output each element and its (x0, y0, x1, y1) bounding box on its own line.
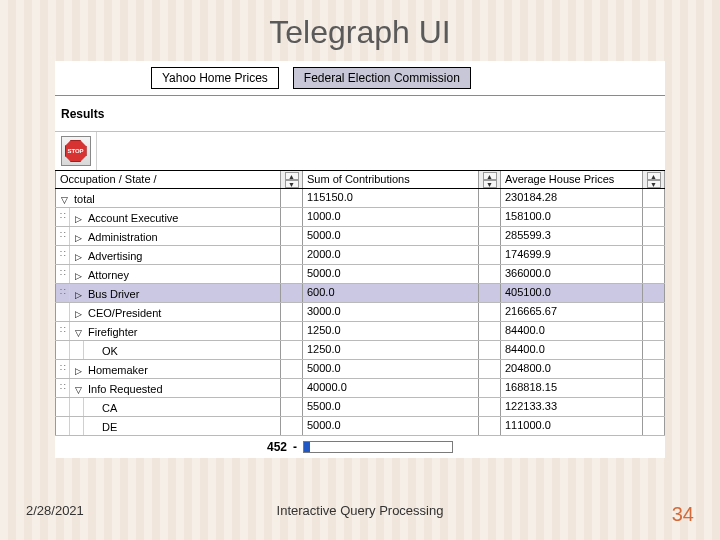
cell-house-prices: 168818.15 (501, 379, 643, 397)
sort-control[interactable]: ▲▼ (479, 171, 501, 188)
expand-icon[interactable]: ▷ (70, 306, 86, 319)
expand-icon[interactable]: ▷ (70, 230, 86, 243)
table-row[interactable]: OK1250.084400.0 (55, 341, 665, 360)
table-row[interactable]: ∷▷Attorney5000.0366000.0 (55, 265, 665, 284)
cell-house-prices: 230184.28 (501, 189, 643, 207)
row-label: Bus Driver (86, 286, 139, 300)
cell-contributions: 115150.0 (303, 189, 479, 207)
row-handle[interactable]: ∷ (56, 246, 70, 264)
row-label: CA (100, 400, 117, 414)
table-row[interactable]: ∷▽Info Requested40000.0168818.15 (55, 379, 665, 398)
cell-house-prices: 84400.0 (501, 322, 643, 340)
cell-house-prices: 366000.0 (501, 265, 643, 283)
expand-icon[interactable]: ▷ (70, 268, 86, 281)
expand-icon[interactable]: ▽ (70, 325, 86, 338)
row-label: DE (100, 419, 117, 433)
expand-icon[interactable]: ▽ (70, 382, 86, 395)
row-handle[interactable]: ∷ (56, 265, 70, 283)
stop-button[interactable]: STOP (61, 136, 91, 166)
cell-contributions: 5000.0 (303, 417, 479, 435)
expand-icon[interactable]: ▷ (70, 211, 86, 224)
table-row[interactable]: ∷▷Administration5000.0285599.3 (55, 227, 665, 246)
cell-contributions: 600.0 (303, 284, 479, 302)
row-handle[interactable]: ∷ (56, 322, 70, 340)
table-row[interactable]: ▷CEO/President3000.0216665.67 (55, 303, 665, 322)
progress-count: 452 (267, 440, 287, 454)
row-label: Administration (86, 229, 158, 243)
cell-contributions: 5500.0 (303, 398, 479, 416)
slide-title: Telegraph UI (0, 0, 720, 61)
cell-house-prices: 285599.3 (501, 227, 643, 245)
table-row[interactable]: ∷▽Firefighter1250.084400.0 (55, 322, 665, 341)
row-label: Info Requested (86, 381, 163, 395)
cell-house-prices: 204800.0 (501, 360, 643, 378)
cell-house-prices: 174699.9 (501, 246, 643, 264)
progress-row: 452 - (55, 436, 665, 458)
expand-icon[interactable]: ▽ (56, 192, 72, 205)
cell-contributions: 1000.0 (303, 208, 479, 226)
stop-icon: STOP (65, 140, 87, 162)
tab-1[interactable]: Federal Election Commission (293, 67, 471, 89)
cell-house-prices: 405100.0 (501, 284, 643, 302)
row-label: CEO/President (86, 305, 161, 319)
cell-house-prices: 122133.33 (501, 398, 643, 416)
footer-title: Interactive Query Processing (0, 503, 720, 518)
results-label: Results (55, 99, 665, 131)
expand-icon[interactable]: ▷ (70, 287, 86, 300)
cell-contributions: 1250.0 (303, 341, 479, 359)
row-handle[interactable]: ∷ (56, 208, 70, 226)
sort-control[interactable]: ▲▼ (281, 171, 303, 188)
cell-contributions: 5000.0 (303, 265, 479, 283)
cell-contributions: 5000.0 (303, 360, 479, 378)
sort-control[interactable]: ▲▼ (643, 171, 665, 188)
cell-contributions: 40000.0 (303, 379, 479, 397)
table-body: ▽total115150.0230184.28∷▷Account Executi… (55, 189, 665, 436)
row-label: Homemaker (86, 362, 148, 376)
row-handle[interactable]: ∷ (56, 284, 70, 302)
table-row[interactable]: DE5000.0111000.0 (55, 417, 665, 436)
table-row[interactable]: ∷▷Advertising2000.0174699.9 (55, 246, 665, 265)
tab-bar: Yahoo Home PricesFederal Election Commis… (55, 61, 665, 95)
row-label: Advertising (86, 248, 142, 262)
cell-house-prices: 216665.67 (501, 303, 643, 321)
table-row[interactable]: ∷▷Homemaker5000.0204800.0 (55, 360, 665, 379)
slide-footer: 2/28/2021 Interactive Query Processing 3… (0, 503, 720, 526)
row-handle[interactable] (56, 303, 70, 321)
col-header-house-prices[interactable]: Average House Prices (501, 171, 643, 188)
table-row[interactable]: ∷▷Account Executive1000.0158100.0 (55, 208, 665, 227)
progress-bar (303, 441, 453, 453)
cell-contributions: 1250.0 (303, 322, 479, 340)
progress-fill (304, 442, 310, 452)
tab-0[interactable]: Yahoo Home Prices (151, 67, 279, 89)
row-label: total (72, 191, 95, 205)
row-label: OK (100, 343, 118, 357)
table-row[interactable]: ▽total115150.0230184.28 (55, 189, 665, 208)
table-row[interactable]: CA5500.0122133.33 (55, 398, 665, 417)
cell-contributions: 2000.0 (303, 246, 479, 264)
cell-house-prices: 111000.0 (501, 417, 643, 435)
row-label: Firefighter (86, 324, 138, 338)
row-label: Account Executive (86, 210, 179, 224)
col-header-occupation[interactable]: Occupation / State / (55, 171, 281, 188)
row-handle[interactable]: ∷ (56, 360, 70, 378)
row-handle[interactable]: ∷ (56, 227, 70, 245)
row-label: Attorney (86, 267, 129, 281)
table-row[interactable]: ∷▷Bus Driver600.0405100.0 (55, 284, 665, 303)
expand-icon[interactable]: ▷ (70, 363, 86, 376)
row-handle[interactable]: ∷ (56, 379, 70, 397)
table-header: Occupation / State / ▲▼ Sum of Contribut… (55, 170, 665, 189)
cell-contributions: 5000.0 (303, 227, 479, 245)
col-header-contributions[interactable]: Sum of Contributions (303, 171, 479, 188)
cell-contributions: 3000.0 (303, 303, 479, 321)
cell-house-prices: 84400.0 (501, 341, 643, 359)
app-window: Yahoo Home PricesFederal Election Commis… (55, 61, 665, 458)
cell-house-prices: 158100.0 (501, 208, 643, 226)
expand-icon[interactable]: ▷ (70, 249, 86, 262)
